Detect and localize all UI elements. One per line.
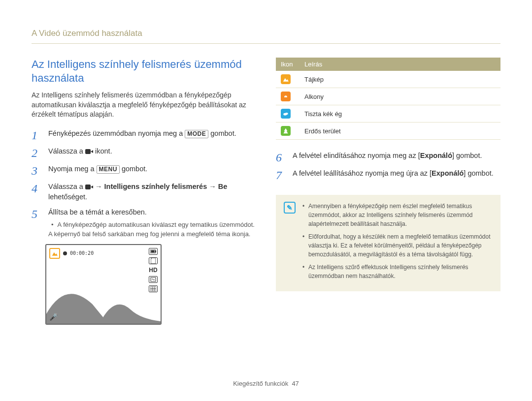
step-number: 7: [276, 168, 286, 181]
arrow: →: [207, 183, 218, 190]
step-text: lehetőséget.: [48, 193, 87, 201]
info-note-box: ✎ Amennyiben a fényképezőgép nem észlel …: [276, 195, 500, 291]
step-text: gombot.: [208, 129, 236, 137]
step-text: Állítsa be a témát a keresőben.: [48, 208, 147, 216]
microphone-icon: 🎤: [49, 313, 58, 321]
step-number: 6: [276, 151, 286, 163]
svg-rect-9: [283, 97, 289, 99]
step-text: A felvétel leállításához nyomja meg újra…: [293, 169, 432, 177]
step-2: 2 Válassza a ikont.: [32, 146, 256, 159]
table-row: Tiszta kék ég: [276, 105, 500, 123]
section-intro: Az Intelligens színhely felismerés üzemm…: [32, 91, 256, 120]
step-text: Válassza a: [48, 183, 85, 190]
step-4: 4 Válassza a → Intelligens színhely feli…: [32, 182, 256, 202]
preview-scene-mountains: [46, 275, 161, 324]
step-number: 3: [32, 164, 41, 177]
step-6: 6 A felvétel elindításához nyomja meg az…: [276, 151, 500, 163]
note-item: Előfordulhat, hogy a készülék nem a megf…: [302, 232, 493, 259]
menu-path-bold: Intelligens színhely felismerés: [104, 183, 207, 190]
battery-icon: [149, 248, 158, 255]
sd-card-icon: [149, 257, 158, 264]
table-row: Tájkép: [276, 71, 500, 88]
step-text: Válassza a: [48, 147, 85, 155]
sunset-icon: [281, 92, 291, 101]
footer-section: Kiegészítő funkciók: [233, 380, 288, 387]
section-heading: Az Intelligens színhely felismerés üzemm…: [32, 58, 256, 85]
forest-icon: [281, 126, 291, 136]
landscape-icon: [281, 74, 291, 84]
note-item: Az Intelligens szűrő effektusok Intellig…: [302, 263, 493, 280]
step-5: 5 Állítsa be a témát a keresőben. A fény…: [32, 207, 256, 239]
page-footer: Kiegészítő funkciók 47: [0, 380, 532, 387]
step-text: A felvétel elindításához nyomja meg az [: [293, 152, 420, 159]
step-text: ] gombot.: [452, 152, 482, 159]
video-mode-icon: [85, 149, 93, 154]
hd-badge: HD: [149, 267, 158, 274]
mode-button-label: MODE: [185, 130, 208, 139]
right-column: Ikon Leírás Tájkép Alkony Tis: [276, 58, 500, 325]
camera-preview: 00:00:20 HD 🎤: [45, 244, 162, 325]
left-column: Az Intelligens színhely felismerés üzemm…: [32, 58, 256, 325]
step-text: ] gombot.: [464, 169, 493, 177]
table-header-icon: Ikon: [276, 58, 299, 71]
info-icon: ✎: [284, 202, 296, 214]
note-item: Amennyiben a fényképezőgép nem észlel me…: [302, 202, 493, 228]
step-number: 5: [32, 207, 41, 239]
step-number: 2: [32, 146, 41, 159]
step-7: 7 A felvétel leállításához nyomja meg új…: [276, 168, 500, 181]
bluesky-icon: [281, 109, 291, 119]
page-number: 47: [292, 380, 299, 387]
table-cell: Tiszta kék ég: [299, 105, 500, 123]
step-sub-bullet: A fényképezőgép automatikusan kiválaszt …: [48, 220, 256, 239]
step-1: 1 Fényképezés üzemmódban nyomja meg a MO…: [32, 128, 256, 141]
svg-point-11: [285, 113, 288, 115]
step-number: 1: [32, 128, 41, 141]
table-row: Erdős terület: [276, 123, 500, 140]
table-cell: Alkony: [299, 88, 500, 105]
scene-icon-landscape: [49, 248, 60, 259]
step-text: Fényképezés üzemmódban nyomja meg a: [48, 129, 185, 137]
video-mode-icon: [85, 184, 93, 190]
shutter-label: Exponáló: [420, 152, 452, 159]
page-header: A Videó üzemmód használata: [32, 29, 500, 44]
timer-readout: 00:00:20: [70, 250, 94, 256]
menu-path-bold: Be: [218, 183, 228, 190]
table-header-desc: Leírás: [299, 58, 500, 71]
record-indicator-icon: [63, 251, 67, 255]
scene-icon-table: Ikon Leírás Tájkép Alkony Tis: [276, 58, 500, 140]
step-number: 4: [32, 182, 41, 202]
menu-button-label: MENU: [97, 165, 120, 174]
svg-rect-1: [155, 250, 156, 252]
table-row: Alkony: [276, 88, 500, 105]
table-cell: Tájkép: [299, 71, 500, 88]
step-text: ikont.: [93, 147, 112, 155]
arrow: →: [93, 183, 104, 190]
shutter-label: Exponáló: [432, 169, 464, 177]
table-cell: Erdős terület: [299, 123, 500, 140]
step-3: 3 Nyomja meg a MENU gombot.: [32, 164, 256, 177]
step-text: gombot.: [120, 165, 147, 173]
svg-rect-2: [151, 250, 155, 252]
step-text: Nyomja meg a: [48, 165, 97, 173]
